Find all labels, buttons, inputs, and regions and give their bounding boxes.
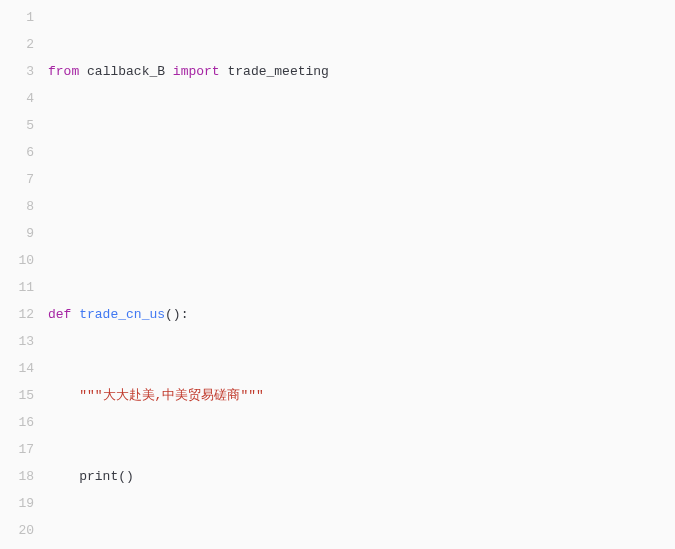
line-number: 6: [0, 139, 34, 166]
line-number: 3: [0, 58, 34, 85]
call-print: print: [79, 469, 118, 484]
import-name: trade_meeting: [227, 64, 328, 79]
line-number: 20: [0, 517, 34, 544]
line-number: 19: [0, 490, 34, 517]
line-number: 9: [0, 220, 34, 247]
line-number: 5: [0, 112, 34, 139]
line-number: 2: [0, 31, 34, 58]
parens: ():: [165, 307, 188, 322]
docstring: """大大赴美,中美贸易磋商""": [79, 388, 264, 403]
line-number: 15: [0, 382, 34, 409]
code-line: [48, 220, 675, 247]
line-number: 7: [0, 166, 34, 193]
code-line: from callback_B import trade_meeting: [48, 58, 675, 85]
parens: (): [118, 469, 134, 484]
line-number: 4: [0, 85, 34, 112]
module-name: callback_B: [87, 64, 165, 79]
keyword-import: import: [173, 64, 220, 79]
line-number-gutter: 1 2 3 4 5 6 7 8 9 10 11 12 13 14 15 16 1…: [0, 0, 48, 549]
keyword-def: def: [48, 307, 71, 322]
code-line: [48, 139, 675, 166]
line-number: 12: [0, 301, 34, 328]
line-number: 14: [0, 355, 34, 382]
code-content: from callback_B import trade_meeting def…: [48, 0, 675, 549]
line-number: 8: [0, 193, 34, 220]
keyword-from: from: [48, 64, 79, 79]
line-number: 11: [0, 274, 34, 301]
function-name: trade_cn_us: [79, 307, 165, 322]
code-line: print(): [48, 463, 675, 490]
line-number: 18: [0, 463, 34, 490]
line-number: 16: [0, 409, 34, 436]
code-block: 1 2 3 4 5 6 7 8 9 10 11 12 13 14 15 16 1…: [0, 0, 675, 549]
code-line: def trade_cn_us():: [48, 301, 675, 328]
line-number: 10: [0, 247, 34, 274]
line-number: 17: [0, 436, 34, 463]
code-line: print("---++ 准备行程,大大赴美 ++---"): [48, 544, 675, 549]
line-number: 13: [0, 328, 34, 355]
code-line: """大大赴美,中美贸易磋商""": [48, 382, 675, 409]
line-number: 1: [0, 4, 34, 31]
